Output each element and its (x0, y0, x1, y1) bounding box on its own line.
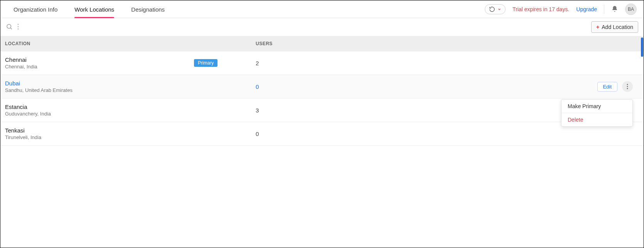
plus-icon: + (596, 24, 599, 30)
table-row[interactable]: TenkasiTirunelveli, India0 (0, 122, 644, 146)
location-cell: TenkasiTirunelveli, India (5, 127, 194, 140)
search-icon[interactable] (6, 23, 13, 31)
dropdown-delete[interactable]: Delete (561, 113, 632, 126)
table-row[interactable]: EstanciaGuduvanchery, India3 (0, 99, 644, 122)
scrollbar-thumb[interactable] (641, 37, 643, 57)
add-location-button[interactable]: + Add Location (591, 21, 638, 33)
header-bar: Organization InfoWork LocationsDesignati… (0, 0, 644, 18)
row-actions-dropdown: Make Primary Delete (561, 99, 633, 127)
row-more-button[interactable] (622, 81, 633, 92)
dropdown-make-primary[interactable]: Make Primary (561, 100, 632, 113)
location-subtext: Chennai, India (5, 64, 194, 70)
svg-point-7 (627, 88, 628, 89)
toolbar-more-icon[interactable] (17, 24, 19, 31)
toolbar: + Add Location (0, 18, 644, 36)
tab-list: Organization InfoWork LocationsDesignati… (13, 1, 165, 18)
svg-point-3 (17, 26, 19, 27)
notifications-icon[interactable] (611, 5, 618, 14)
location-name: Estancia (5, 104, 194, 110)
trial-expiry-text: Trial expires in 17 days. (513, 6, 569, 12)
avatar[interactable]: BA (625, 3, 637, 15)
users-count: 2 (256, 60, 639, 66)
rewind-icon (489, 6, 495, 12)
users-count: 0 (256, 83, 597, 90)
users-count: 0 (256, 131, 639, 137)
svg-point-5 (627, 84, 628, 85)
location-subtext: Guduvanchery, India (5, 111, 194, 117)
table-body: ChennaiChennai, IndiaPrimary2DubaiSandhu… (0, 51, 644, 146)
edit-button[interactable]: Edit (597, 82, 617, 92)
divider (604, 5, 604, 14)
header-right: Trial expires in 17 days. Upgrade BA (485, 3, 637, 15)
column-header-location: LOCATION (5, 41, 256, 46)
table-row[interactable]: DubaiSandhu, United Arab Emirates0Edit (0, 75, 644, 99)
primary-badge: Primary (194, 59, 217, 67)
column-header-users: USERS (256, 41, 639, 46)
svg-point-4 (17, 28, 19, 29)
svg-line-1 (10, 28, 12, 29)
svg-point-6 (627, 86, 628, 87)
svg-point-0 (7, 24, 11, 29)
upgrade-link[interactable]: Upgrade (576, 6, 597, 12)
location-name: Tenkasi (5, 127, 194, 134)
add-location-label: Add Location (602, 24, 633, 30)
row-actions: Edit (597, 81, 639, 92)
history-pill[interactable] (485, 4, 506, 14)
svg-point-2 (17, 24, 19, 25)
location-cell: EstanciaGuduvanchery, India (5, 104, 194, 117)
tab-organization-info[interactable]: Organization Info (13, 1, 57, 18)
location-cell: ChennaiChennai, India (5, 56, 194, 70)
location-name: Dubai (5, 80, 194, 87)
tab-work-locations[interactable]: Work Locations (74, 1, 114, 18)
tab-designations[interactable]: Designations (131, 1, 165, 18)
table-row[interactable]: ChennaiChennai, IndiaPrimary2 (0, 51, 644, 75)
table-header: LOCATION USERS (0, 36, 644, 51)
badge-cell: Primary (194, 59, 256, 67)
location-subtext: Tirunelveli, India (5, 134, 194, 140)
chevron-down-icon (497, 7, 501, 11)
location-subtext: Sandhu, United Arab Emirates (5, 87, 194, 93)
location-cell: DubaiSandhu, United Arab Emirates (5, 80, 194, 93)
location-name: Chennai (5, 56, 194, 63)
